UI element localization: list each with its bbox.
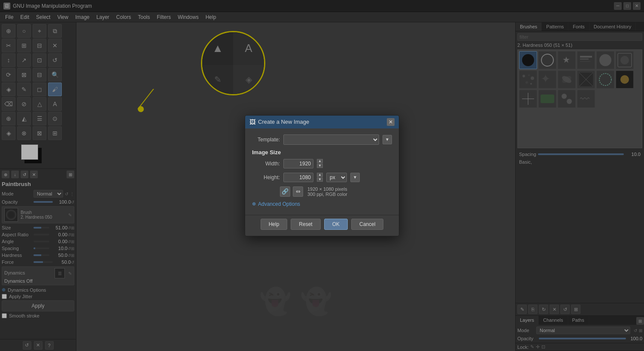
link-info-row: 🔗 ⇔ 1920 × 1080 pixels 300 ppi, RGB colo…: [280, 186, 392, 197]
template-dropdown-btn[interactable]: ▼: [383, 135, 392, 144]
height-label: Height:: [252, 174, 280, 180]
width-spin-up[interactable]: ▲: [317, 159, 323, 163]
link-proportions-btn[interactable]: 🔗: [280, 186, 290, 197]
info-line1: 1920 × 1080 pixels: [307, 186, 347, 192]
dialog-title-text: Create a New Image: [258, 119, 384, 125]
height-spinner: ▲ ▼: [317, 173, 323, 182]
width-input[interactable]: [283, 159, 313, 168]
unit-dropdown-btn[interactable]: ▼: [350, 173, 360, 182]
height-spin-down[interactable]: ▼: [317, 177, 323, 182]
template-row: Template: ▼: [252, 134, 392, 145]
height-spin-up[interactable]: ▲: [317, 173, 323, 177]
dialog-footer: Help Reset OK Cancel: [245, 215, 399, 236]
height-input[interactable]: [283, 173, 313, 182]
dialog-body: Template: ▼ Image Size Width: ▲ ▼ Height…: [245, 128, 399, 215]
create-image-dialog: 🖼 Create a New Image ✕ Template: ▼ Image…: [245, 115, 399, 236]
unit-select[interactable]: px cm mm in pt: [326, 173, 347, 182]
info-line2: 300 ppi, RGB color: [307, 192, 347, 197]
cancel-button[interactable]: Cancel: [351, 219, 383, 230]
help-button[interactable]: Help: [261, 219, 288, 230]
reset-button[interactable]: Reset: [291, 219, 320, 230]
dialog-titlebar: 🖼 Create a New Image ✕: [245, 116, 399, 128]
width-spinner: ▲ ▼: [317, 159, 323, 168]
advanced-arrow-icon: ⊕: [252, 201, 256, 207]
ok-button[interactable]: OK: [324, 219, 348, 230]
width-label: Width:: [252, 161, 280, 167]
dialog-overlay: 🖼 Create a New Image ✕ Template: ▼ Image…: [0, 0, 644, 351]
template-label: Template:: [252, 137, 280, 143]
link-swap-btn[interactable]: ⇔: [293, 186, 303, 197]
dialog-title-icon: 🖼: [249, 119, 255, 125]
width-row: Width: ▲ ▼: [252, 159, 392, 168]
image-info: 1920 × 1080 pixels 300 ppi, RGB color: [307, 186, 347, 197]
width-spin-down[interactable]: ▼: [317, 164, 323, 168]
dialog-close-button[interactable]: ✕: [387, 118, 395, 126]
advanced-options-toggle[interactable]: ⊕ Advanced Options: [252, 201, 392, 207]
image-size-title: Image Size: [252, 149, 392, 156]
height-row: Height: ▲ ▼ px cm mm in pt ▼: [252, 173, 392, 182]
template-select[interactable]: [283, 134, 379, 145]
advanced-options-label: Advanced Options: [258, 201, 300, 207]
